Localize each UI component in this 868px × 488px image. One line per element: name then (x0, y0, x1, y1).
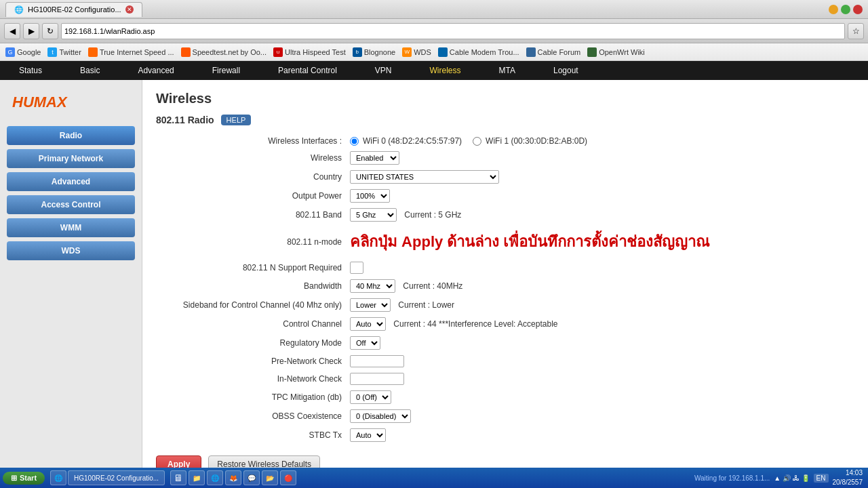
section-title-text: 802.11 Radio (156, 115, 214, 125)
bandwidth-value: 40 Mhz 20 Mhz Current : 40MHz (346, 277, 854, 296)
bookmark-google[interactable]: G Google (5, 47, 41, 57)
in-network-label: In-Network Check (156, 370, 346, 388)
pre-network-input[interactable] (350, 355, 404, 367)
wifi1-option[interactable]: WiFi 1 (00:30:0D:B2:AB:0D) (473, 136, 587, 146)
tpc-row: TPC Mitigation (db) 0 (Off) (156, 388, 854, 407)
maximize-btn[interactable] (841, 5, 850, 14)
wireless-label: Wireless (156, 148, 346, 167)
wifi1-radio[interactable] (473, 137, 481, 146)
address-bar[interactable] (61, 23, 845, 39)
taskbar-ie-icon[interactable]: 🌐 (50, 470, 66, 485)
taskbar-app5[interactable]: 💬 (243, 470, 260, 485)
apply-button[interactable]: Apply (156, 455, 201, 469)
bookmark-openwrt[interactable]: OpenWrt Wiki (587, 47, 645, 57)
pre-network-label: Pre-Network Check (156, 352, 346, 370)
sideband-row: Sideband for Control Channel (40 Mhz onl… (156, 296, 854, 314)
band-select[interactable]: 5 Ghz 2.4 Ghz (350, 208, 397, 222)
country-select[interactable]: UNITED STATES (350, 170, 499, 184)
sidebar-btn-wds[interactable]: WDS (7, 241, 135, 260)
taskbar-active-window[interactable]: HG100RE-02 Configuratio... (68, 470, 165, 485)
date-display: 20/8/2557 (833, 478, 863, 487)
help-button[interactable]: HELP (221, 115, 252, 125)
bookmark-speedtest[interactable]: Speedtest.net by Oo... (181, 47, 267, 57)
bookmark-cable-forum[interactable]: Cable Forum (526, 47, 581, 57)
bookmark-wds[interactable]: W WDS (402, 47, 431, 57)
wireless-interfaces-label: Wireless Interfaces : (156, 134, 346, 148)
pre-network-row: Pre-Network Check (156, 352, 854, 370)
wireless-select[interactable]: Enabled Disabled (350, 151, 399, 165)
country-label: Country (156, 167, 346, 186)
in-network-value (346, 370, 854, 388)
control-channel-select[interactable]: Auto (350, 317, 386, 331)
country-row: Country UNITED STATES (156, 167, 854, 186)
output-power-select[interactable]: 100% 75% 50% 25% (350, 189, 390, 203)
wireless-value: Enabled Disabled (346, 148, 854, 167)
wireless-interfaces-value: WiFi 0 (48:D2:24:C5:57:97) WiFi 1 (00:30… (346, 134, 854, 148)
browser-tab[interactable]: 🌐 HG100RE-02 Configuratio... ✕ (5, 2, 142, 17)
nav-parental-control[interactable]: Parental Control (259, 61, 356, 80)
bandwidth-row: Bandwidth 40 Mhz 20 Mhz Current : 40MHz (156, 277, 854, 296)
wds-icon: W (402, 47, 412, 57)
obss-select[interactable]: 0 (Disabled) (350, 409, 411, 423)
output-power-row: Output Power 100% 75% 50% 25% (156, 186, 854, 205)
control-channel-label: Control Channel (156, 314, 346, 333)
tpc-select[interactable]: 0 (Off) (350, 390, 391, 404)
bookmark-blognone[interactable]: b Blognone (353, 47, 396, 57)
n-support-row: 802.11 N Support Required (156, 259, 854, 277)
refresh-btn[interactable]: ↻ (42, 23, 58, 39)
stbc-select[interactable]: Auto On Off (350, 428, 386, 442)
back-btn[interactable]: ◀ (4, 23, 20, 39)
sidebar-btn-access-control[interactable]: Access Control (7, 195, 135, 214)
bookmark-ultra[interactable]: u Ultra Hispeed Test (273, 47, 346, 57)
nav-advanced[interactable]: Advanced (119, 61, 193, 80)
sidebar-btn-advanced[interactable]: Advanced (7, 172, 135, 191)
in-network-input[interactable] (350, 373, 404, 385)
true-icon (88, 47, 98, 57)
tab-close-btn[interactable]: ✕ (125, 5, 134, 14)
tray-icons: ▲ 🔊 🖧 🔋 (774, 474, 809, 482)
control-channel-value: Auto Current : 44 ***Interference Level:… (346, 314, 854, 333)
nav-basic[interactable]: Basic (61, 61, 119, 80)
sidebar-btn-primary-network[interactable]: Primary Network (7, 149, 135, 168)
taskbar-app4[interactable]: 🦊 (225, 470, 241, 485)
bandwidth-select[interactable]: 40 Mhz 20 Mhz (350, 279, 395, 293)
start-button[interactable]: ⊞ Start (3, 472, 45, 485)
pre-network-value (346, 352, 854, 370)
wifi0-option[interactable]: WiFi 0 (48:D2:24:C5:57:97) (350, 136, 462, 146)
nav-status[interactable]: Status (0, 61, 61, 80)
bookmark-true-internet[interactable]: True Internet Speed ... (88, 47, 174, 57)
google-icon: G (5, 47, 15, 57)
nav-wireless[interactable]: Wireless (411, 61, 480, 80)
sidebar-btn-radio[interactable]: Radio (7, 126, 135, 145)
bookmark-twitter[interactable]: t Twitter (47, 47, 81, 57)
sidebar-btn-wmm[interactable]: WMM (7, 218, 135, 237)
obss-row: OBSS Coexistence 0 (Disabled) (156, 407, 854, 426)
taskbar-app3[interactable]: 🌐 (207, 470, 223, 485)
taskbar-app1[interactable]: 🖥 (170, 470, 186, 485)
tab-title: HG100RE-02 Configuratio... (28, 5, 121, 14)
nav-logout[interactable]: Logout (534, 61, 597, 80)
taskbar-app7[interactable]: 🔴 (280, 470, 296, 485)
close-btn[interactable] (853, 5, 863, 14)
twitter-icon: t (47, 47, 57, 57)
restore-button[interactable]: Restore Wireless Defaults (208, 455, 320, 469)
wireless-interfaces-row: Wireless Interfaces : WiFi 0 (48:D2:24:C… (156, 134, 854, 148)
band-label: 802.11 Band (156, 205, 346, 224)
forward-btn[interactable]: ▶ (23, 23, 39, 39)
minimize-btn[interactable] (829, 5, 838, 14)
regulatory-mode-row: Regulatory Mode Off On (156, 333, 854, 352)
wifi0-radio[interactable] (350, 137, 359, 146)
nav-mta[interactable]: MTA (480, 61, 534, 80)
star-btn[interactable]: ☆ (848, 23, 864, 39)
taskbar-app2[interactable]: 📁 (189, 470, 205, 485)
regulatory-mode-select[interactable]: Off On (350, 336, 380, 350)
section-title: 802.11 Radio HELP (156, 115, 854, 125)
taskbar-app6[interactable]: 📂 (262, 470, 278, 485)
sideband-select[interactable]: Lower Upper (350, 298, 391, 312)
nmode-row: 802.11 n-mode คลิกปุ่ม Apply ด้านล่าง เพ… (156, 224, 854, 259)
n-support-input[interactable] (350, 262, 363, 274)
bookmark-cable-modem[interactable]: Cable Modem Trou... (438, 47, 519, 57)
nav-firewall[interactable]: Firewall (193, 61, 259, 80)
humax-logo: HUMAX (7, 94, 135, 111)
nav-vpn[interactable]: VPN (356, 61, 411, 80)
